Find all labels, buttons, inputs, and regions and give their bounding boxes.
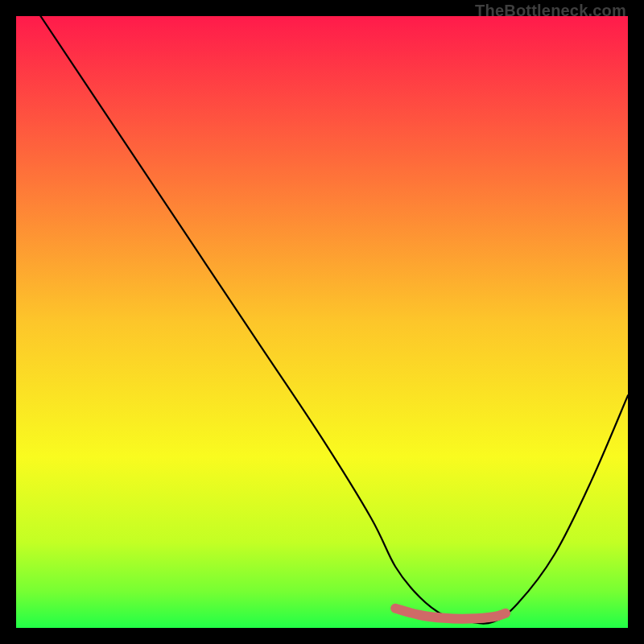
plot-area [16, 16, 628, 628]
chart-frame: TheBottleneck.com [0, 0, 644, 644]
gradient-background [16, 16, 628, 628]
chart-svg [16, 16, 628, 628]
